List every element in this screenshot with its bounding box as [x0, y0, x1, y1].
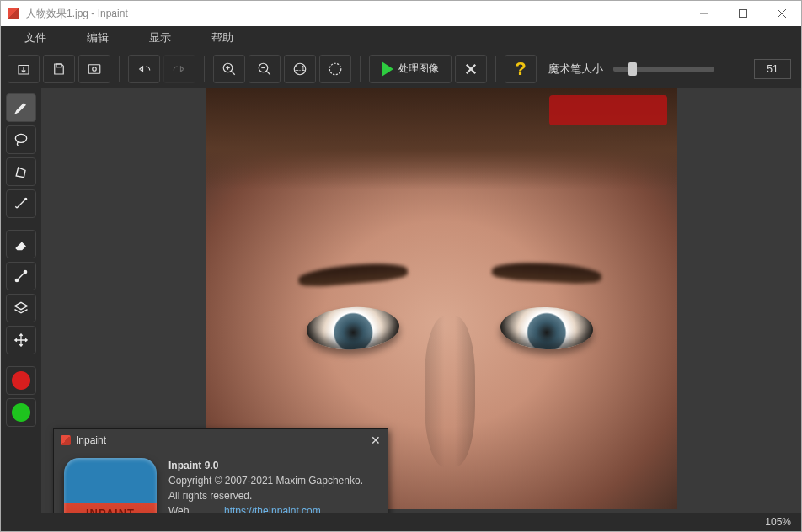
- color-red[interactable]: [6, 366, 36, 395]
- about-web-link[interactable]: https://theInpaint.com: [224, 503, 321, 513]
- about-copyright: Copyright © 2007-2021 Maxim Gapchenko.: [168, 475, 363, 487]
- tool-magic-wand[interactable]: [6, 189, 36, 218]
- zoom-level: 105%: [765, 516, 791, 528]
- slider-thumb[interactable]: [628, 62, 637, 76]
- undo-button[interactable]: [128, 55, 160, 83]
- svg-text:1:1: 1:1: [295, 64, 306, 72]
- about-text: Inpaint 9.0 Copyright © 2007-2021 Maxim …: [168, 458, 377, 513]
- svg-line-23: [18, 273, 24, 279]
- zoom-in-button[interactable]: [213, 55, 245, 83]
- window-title: 人物效果1.jpg - Inpaint: [26, 7, 128, 21]
- statusbar: 105%: [1, 513, 801, 531]
- menu-view[interactable]: 显示: [129, 30, 191, 45]
- svg-rect-1: [740, 10, 747, 18]
- preview-button[interactable]: [78, 55, 110, 83]
- about-logo: [64, 458, 157, 513]
- app-icon: [8, 8, 19, 19]
- titlebar: 人物效果1.jpg - Inpaint: [1, 1, 801, 26]
- about-close-button[interactable]: ✕: [371, 434, 381, 447]
- help-button[interactable]: ?: [505, 55, 537, 83]
- zoom-out-button[interactable]: [249, 55, 281, 83]
- main-area: Inpaint ✕ Inpaint 9.0 Copyright © 2007-2…: [1, 88, 801, 513]
- svg-line-8: [231, 71, 235, 75]
- selection-mask: [549, 95, 667, 125]
- redo-button[interactable]: [163, 55, 195, 83]
- about-rights: All rights reserved.: [168, 490, 252, 502]
- maximize-button[interactable]: [724, 1, 762, 26]
- question-icon: ?: [515, 58, 526, 80]
- about-product: Inpaint 9.0: [168, 460, 218, 471]
- cancel-button[interactable]: [455, 55, 487, 83]
- menu-edit[interactable]: 编辑: [67, 30, 129, 45]
- svg-point-20: [25, 198, 27, 200]
- tool-polygon[interactable]: [6, 157, 36, 186]
- color-green[interactable]: [6, 398, 36, 427]
- svg-line-12: [266, 71, 270, 75]
- tool-marker[interactable]: [6, 93, 36, 122]
- open-button[interactable]: [8, 55, 40, 83]
- about-title-text: Inpaint: [76, 434, 106, 446]
- toolbar: 1:1 处理图像 ? 魔术笔大小 51: [1, 50, 801, 88]
- menu-file[interactable]: 文件: [4, 30, 67, 45]
- about-dialog: Inpaint ✕ Inpaint 9.0 Copyright © 2007-2…: [53, 428, 388, 513]
- menubar: 文件 编辑 显示 帮助: [1, 26, 801, 50]
- about-app-icon: [61, 435, 71, 445]
- svg-rect-4: [56, 64, 61, 67]
- tool-move[interactable]: [6, 326, 36, 354]
- tool-layers[interactable]: [6, 294, 36, 322]
- svg-point-6: [93, 66, 97, 71]
- close-button[interactable]: [762, 1, 801, 26]
- brush-size-label: 魔术笔大小: [548, 61, 603, 77]
- play-icon: [382, 61, 393, 77]
- process-button[interactable]: 处理图像: [369, 55, 452, 83]
- menu-help[interactable]: 帮助: [191, 30, 254, 45]
- tool-sidebar: [1, 88, 41, 513]
- tool-eraser[interactable]: [6, 230, 36, 258]
- zoom-fit-button[interactable]: [319, 55, 351, 83]
- save-button[interactable]: [43, 55, 75, 83]
- tool-line[interactable]: [6, 262, 36, 290]
- svg-rect-5: [88, 64, 100, 73]
- zoom-actual-button[interactable]: 1:1: [284, 55, 316, 83]
- svg-point-16: [329, 63, 341, 75]
- about-web-label: Web: [168, 503, 217, 513]
- brush-size-value[interactable]: 51: [754, 59, 791, 79]
- svg-point-19: [15, 134, 26, 142]
- app-window: 人物效果1.jpg - Inpaint 文件 编辑 显示 帮助 1:1 处理图像…: [0, 0, 802, 532]
- minimize-button[interactable]: [685, 1, 724, 26]
- about-titlebar: Inpaint ✕: [54, 429, 388, 451]
- brush-size-slider[interactable]: [613, 66, 714, 72]
- tool-lasso[interactable]: [6, 125, 36, 154]
